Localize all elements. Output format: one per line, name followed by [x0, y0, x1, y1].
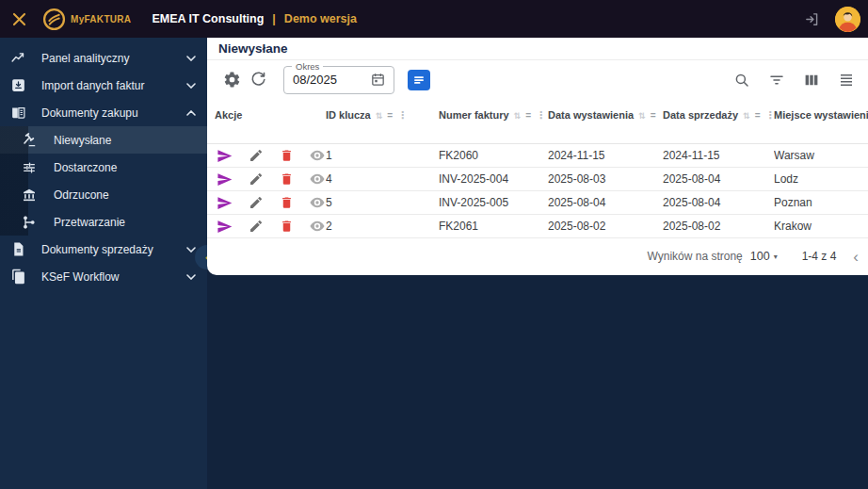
filter-equals-icon[interactable]: =: [651, 109, 656, 122]
cell-place: Lodz: [774, 172, 868, 186]
row-actions: [215, 218, 326, 235]
table-row: 1 FK2060 2024-11-15 2024-11-15 Warsaw: [207, 144, 868, 168]
filter-equals-icon[interactable]: =: [755, 109, 761, 122]
content-panel: Niewysłane Okres: [207, 38, 868, 275]
delete-icon[interactable]: [278, 171, 295, 187]
column-header-numer-faktury[interactable]: Numer faktury⇅=⋮: [439, 99, 548, 143]
column-header-data-sprzedazy[interactable]: Data sprzedaży⇅=⋮: [663, 99, 774, 143]
calendar-icon[interactable]: [368, 71, 387, 90]
cell-sale-date: 2025-08-02: [663, 220, 774, 233]
table-row: 2 FK2061 2025-08-02 2025-08-02 Krakow: [207, 215, 868, 238]
chart-icon: [9, 50, 26, 67]
sidebar-item-ksef-workflow[interactable]: KSeF Workflow: [0, 263, 207, 290]
period-field-label: Okres: [292, 61, 323, 72]
column-header-miejsce-wystawienia[interactable]: Miejsce wystawienia⇅: [774, 99, 868, 143]
app-header: MyFAKTURA EMEA IT Consulting | Demo wers…: [0, 0, 868, 38]
row-actions: [215, 194, 326, 211]
chevron-up-icon: [186, 110, 196, 116]
send-icon[interactable]: [217, 171, 233, 187]
sort-icon[interactable]: ⇅: [376, 109, 383, 122]
logo-icon: [42, 8, 66, 31]
sort-icon[interactable]: ⇅: [638, 109, 646, 122]
sidebar-item-dokumenty-zakupu[interactable]: Dokumenty zakupu: [0, 99, 207, 126]
sidebar-item-niewyslane[interactable]: Niewysłane: [0, 126, 207, 154]
bank-icon: [21, 187, 37, 203]
cell-issue-date: 2025-08-02: [548, 220, 663, 233]
view-icon[interactable]: [309, 194, 326, 211]
cell-issue-date: 2025-08-03: [548, 172, 663, 186]
sidebar-item-label: KSeF Workflow: [41, 270, 186, 284]
delete-icon[interactable]: [278, 147, 295, 164]
period-input[interactable]: [293, 73, 357, 87]
density-icon[interactable]: [836, 70, 857, 90]
settings-icon[interactable]: [218, 67, 245, 93]
filter-icon[interactable]: [766, 70, 787, 90]
delete-icon[interactable]: [278, 218, 295, 235]
page-title: Niewysłane: [218, 41, 288, 56]
sidebar-item-label: Dostarczone: [54, 161, 196, 174]
sidebar-item-label: Przetwarzanie: [54, 216, 196, 229]
sidebar-item-dokumenty-sprzedazy[interactable]: Dokumenty sprzedaży: [0, 236, 207, 263]
pagination-range: 1-4 z 4: [802, 250, 837, 263]
column-header-id-klucza[interactable]: ID klucza⇅=⋮: [326, 99, 439, 143]
edit-icon[interactable]: [248, 218, 265, 235]
close-icon[interactable]: [3, 3, 35, 35]
sidebar-item-label: Odrzucone: [54, 188, 196, 202]
edit-icon[interactable]: [248, 171, 265, 187]
sort-icon[interactable]: ⇅: [514, 109, 522, 122]
search-icon[interactable]: [731, 70, 752, 90]
columns-icon[interactable]: [801, 70, 822, 90]
page-size-select[interactable]: 100 ▾: [750, 250, 778, 263]
refresh-icon[interactable]: [245, 67, 271, 93]
sort-icon[interactable]: ⇅: [743, 109, 750, 122]
report-icon[interactable]: [408, 70, 430, 90]
logout-icon[interactable]: [799, 7, 824, 31]
caret-down-icon: ▾: [774, 253, 778, 261]
header-divider: |: [272, 12, 276, 25]
cell-place: Warsaw: [774, 149, 868, 162]
book-icon: [9, 105, 26, 122]
sidebar-item-przetwarzanie[interactable]: Przetwarzanie: [0, 208, 207, 236]
view-icon[interactable]: [309, 171, 326, 187]
column-header-akcje: Akcje: [215, 99, 326, 143]
chevron-down-icon: [186, 56, 196, 61]
previous-page-button[interactable]: ‹: [853, 249, 859, 265]
table-row: 4 INV-2025-004 2025-08-03 2025-08-04 Lod…: [207, 168, 868, 191]
edit-icon[interactable]: [248, 147, 265, 164]
sidebar-item-label: Dokumenty zakupu: [41, 106, 186, 120]
table-row: 5 INV-2025-005 2025-08-04 2025-08-04 Poz…: [207, 191, 868, 215]
column-menu-icon[interactable]: ⋮: [764, 109, 774, 122]
sidebar-item-label: Panel analityczny: [41, 52, 186, 65]
cell-invoice: FK2061: [439, 220, 548, 233]
cell-invoice: INV-2025-004: [439, 172, 548, 186]
view-icon[interactable]: [309, 147, 326, 164]
sidebar-item-import-danych-faktur[interactable]: Import danych faktur: [0, 72, 207, 99]
cell-id: 2: [326, 220, 439, 233]
cell-sale-date: 2025-08-04: [663, 172, 774, 186]
cell-issue-date: 2024-11-15: [548, 149, 663, 162]
send-icon[interactable]: [217, 194, 233, 211]
delete-icon[interactable]: [278, 194, 295, 211]
user-avatar[interactable]: [835, 7, 860, 32]
table-tools: [731, 70, 860, 90]
sidebar-item-odrzucone[interactable]: Odrzucone: [0, 181, 207, 208]
cell-id: 5: [326, 196, 439, 209]
send-icon[interactable]: [217, 147, 233, 164]
cell-sale-date: 2025-08-04: [663, 196, 774, 209]
view-icon[interactable]: [309, 218, 326, 235]
toolbar: Okres: [207, 60, 868, 99]
filter-equals-icon[interactable]: =: [525, 109, 531, 122]
sidebar-item-label: Dokumenty sprzedaży: [41, 243, 186, 256]
column-menu-icon[interactable]: ⋮: [536, 109, 546, 122]
sidebar-item-panel-analityczny[interactable]: Panel analityczny: [0, 44, 207, 72]
sidebar-item-dostarczone[interactable]: Dostarczone: [0, 154, 207, 181]
chevron-down-icon: [186, 83, 196, 89]
send-icon[interactable]: [217, 218, 233, 235]
filter-equals-icon[interactable]: =: [387, 109, 393, 122]
edit-icon[interactable]: [248, 194, 265, 211]
chevron-down-icon: [186, 274, 196, 280]
column-header-data-wystawienia[interactable]: Data wystawienia⇅=⋮: [548, 99, 663, 143]
column-menu-icon[interactable]: ⋮: [397, 109, 408, 122]
workflow-icon: [21, 214, 37, 230]
sidebar-item-label: Niewysłane: [54, 134, 196, 147]
